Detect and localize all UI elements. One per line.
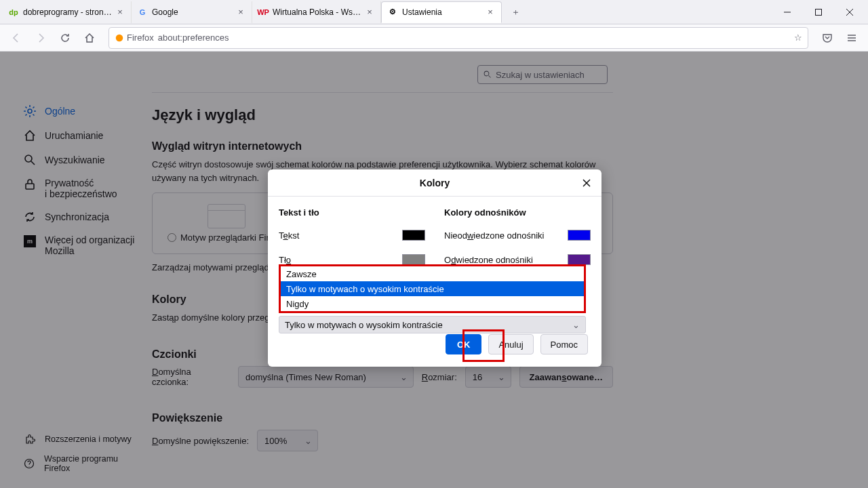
tab-favicon-2: WP: [258, 7, 269, 18]
window-maximize[interactable]: [803, 1, 834, 23]
tab-close-2[interactable]: ×: [364, 7, 375, 18]
app-menu-icon[interactable]: [841, 27, 863, 49]
link-colors-title: Kolory odnośników: [444, 207, 591, 218]
svg-point-4: [116, 34, 123, 41]
unvisited-label: Nieodwiedzone odnośniki: [444, 230, 544, 241]
url-identity-label: Firefox: [127, 33, 154, 43]
unvisited-color-swatch[interactable]: [568, 230, 591, 241]
text-color-swatch[interactable]: [402, 230, 425, 241]
tab-title-1: Google: [152, 7, 233, 17]
dialog-close-button[interactable]: [580, 176, 593, 190]
dialog-header: Kolory: [268, 169, 601, 197]
tab-close-3[interactable]: ×: [485, 7, 496, 18]
pocket-icon[interactable]: [816, 27, 838, 49]
window-controls: [772, 1, 865, 23]
ok-button[interactable]: OK: [446, 334, 482, 354]
tab-close-1[interactable]: ×: [235, 7, 246, 18]
tab-favicon-0: dp: [8, 7, 19, 18]
override-dropdown-select[interactable]: Tylko w motywach o wysokim kontraście ⌄: [279, 316, 586, 333]
firefox-icon: [115, 33, 124, 43]
reload-button[interactable]: [54, 27, 76, 49]
cancel-button[interactable]: Anuluj: [488, 334, 533, 354]
window-minimize[interactable]: [772, 1, 803, 23]
new-tab-button[interactable]: ＋: [506, 3, 525, 22]
text-color-label: Tekst: [279, 230, 299, 241]
url-identity: Firefox: [115, 33, 154, 43]
help-button[interactable]: Pomoc: [540, 334, 588, 354]
window-close[interactable]: [834, 1, 865, 23]
close-icon: [582, 178, 591, 188]
url-text: about:preferences: [158, 33, 790, 43]
tab-0[interactable]: dp dobreprogramy - strona główna ×: [3, 1, 132, 23]
toolbar: Firefox about:preferences ☆: [0, 24, 868, 52]
override-dropdown-list: Zawsze Tylko w motywach o wysokim kontra…: [279, 264, 586, 313]
url-bar[interactable]: Firefox about:preferences ☆: [108, 27, 808, 49]
tab-3[interactable]: ⚙ Ustawienia ×: [381, 1, 502, 23]
svg-rect-1: [816, 9, 822, 15]
visited-color-swatch[interactable]: [568, 254, 591, 265]
override-dropdown-selected: Tylko w motywach o wysokim kontraście: [285, 320, 443, 330]
back-button[interactable]: [5, 27, 27, 49]
home-button[interactable]: [79, 27, 100, 49]
tab-title-0: dobreprogramy - strona główna: [23, 7, 112, 17]
text-bg-title: Tekst i tło: [279, 207, 425, 218]
tab-favicon-1: G: [137, 7, 148, 18]
dropdown-option-high-contrast[interactable]: Tylko w motywach o wysokim kontraście: [281, 281, 584, 296]
forward-button[interactable]: [30, 27, 52, 49]
tab-title-2: Wirtualna Polska - Wszystko co: [273, 7, 361, 17]
tab-strip: dp dobreprogramy - strona główna × G Goo…: [0, 0, 868, 24]
tab-1[interactable]: G Google ×: [132, 1, 252, 23]
gear-icon: ⚙: [387, 7, 398, 18]
bg-color-swatch[interactable]: [402, 254, 425, 265]
tab-close-0[interactable]: ×: [115, 7, 125, 18]
dialog-title: Kolory: [420, 178, 450, 188]
dropdown-option-nigdy[interactable]: Nigdy: [281, 296, 584, 311]
visited-label: Odwiedzone odnośniki: [444, 255, 533, 265]
tab-title-3: Ustawienia: [402, 7, 482, 17]
chevron-down-icon: ⌄: [572, 320, 580, 330]
bg-color-label: Tło: [279, 255, 291, 265]
bookmark-star-icon[interactable]: ☆: [794, 33, 802, 43]
dropdown-option-zawsze[interactable]: Zawsze: [281, 266, 584, 281]
tab-2[interactable]: WP Wirtualna Polska - Wszystko co ×: [252, 1, 381, 23]
